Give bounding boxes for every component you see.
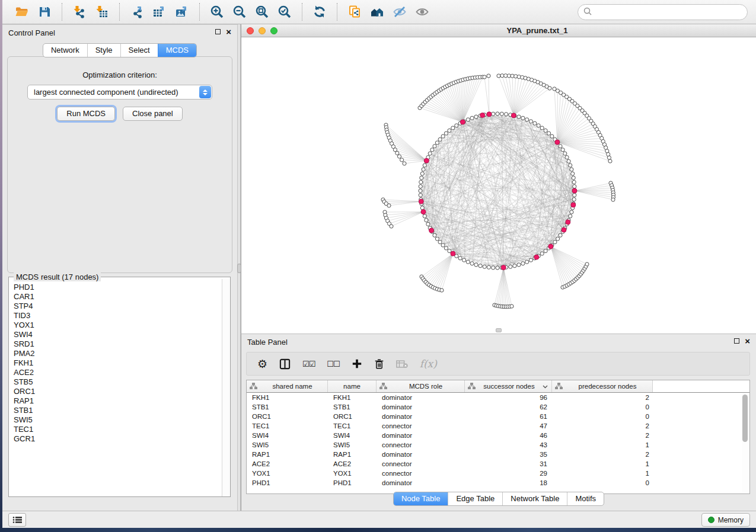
table-row[interactable]: SWI5SWI5connector431	[247, 440, 749, 450]
table-cell[interactable]: 2	[552, 451, 653, 458]
table-cell[interactable]: STB1	[328, 403, 377, 411]
table-cell[interactable]: 96	[465, 394, 552, 401]
table-row[interactable]: FKH1FKH1dominator962	[247, 393, 749, 402]
table-cell[interactable]: TEC1	[247, 422, 328, 430]
table-cell[interactable]: 31	[465, 460, 552, 467]
table-cell[interactable]: 61	[465, 413, 552, 420]
column-header-shared-name[interactable]: shared name	[247, 380, 328, 392]
table-row[interactable]: PHD1PHD1dominator180	[247, 478, 749, 488]
export-table-icon[interactable]	[148, 2, 171, 21]
table-cell[interactable]: YOX1	[247, 470, 328, 477]
table-cell[interactable]: 2	[552, 432, 653, 439]
mcds-result-item[interactable]: TID3	[14, 311, 222, 321]
mcds-result-item[interactable]: ACE2	[14, 368, 222, 377]
tab-network[interactable]: Network	[43, 44, 87, 57]
network-canvas[interactable]	[241, 37, 756, 333]
table-cell[interactable]: dominator	[377, 403, 465, 411]
table-cell[interactable]: 35	[465, 451, 552, 458]
memory-button[interactable]: Memory	[701, 513, 750, 527]
tab-edge-table[interactable]: Edge Table	[448, 492, 502, 505]
maximize-window-icon[interactable]	[270, 27, 277, 34]
float-panel-icon[interactable]	[215, 29, 221, 34]
network-view[interactable]	[241, 37, 756, 333]
table-cell[interactable]: ORC1	[328, 413, 377, 420]
table-cell[interactable]: ACE2	[328, 460, 377, 467]
table-cell[interactable]: dominator	[377, 432, 465, 439]
table-cell[interactable]: STB1	[247, 403, 328, 411]
table-row[interactable]: SWI4SWI4dominator462	[247, 431, 749, 440]
mcds-result-item[interactable]: PMA2	[14, 349, 222, 358]
table-row[interactable]: STB1STB1dominator620	[247, 402, 749, 412]
export-network-icon[interactable]	[126, 2, 148, 21]
mcds-result-item[interactable]: YOX1	[14, 321, 222, 330]
table-cell[interactable]: 2	[552, 394, 653, 401]
import-table-icon[interactable]	[91, 2, 113, 21]
table-cell[interactable]: 1	[552, 470, 653, 477]
search-input[interactable]	[595, 8, 742, 17]
delete-icon[interactable]	[374, 358, 384, 370]
table-cell[interactable]: dominator	[377, 413, 465, 420]
mcds-result-item[interactable]: TEC1	[14, 425, 222, 434]
minimize-window-icon[interactable]	[259, 27, 266, 34]
table-settings-gear-icon[interactable]: ⚙︎	[257, 358, 267, 370]
close-panel-icon[interactable]: ×	[226, 28, 231, 35]
close-panel-button[interactable]: Close panel	[123, 107, 183, 121]
import-network-icon[interactable]	[68, 2, 91, 21]
table-cell[interactable]: 62	[465, 403, 552, 411]
table-cell[interactable]: SWI5	[247, 441, 328, 448]
column-header-successor-nodes[interactable]: successor nodes	[465, 380, 552, 392]
zoom-fit-icon[interactable]	[251, 2, 273, 21]
show-panels-menu-button[interactable]	[8, 513, 26, 527]
add-column-icon[interactable]	[352, 358, 362, 369]
tab-select[interactable]: Select	[120, 44, 158, 57]
export-image-icon[interactable]	[171, 2, 193, 21]
table-cell[interactable]: 29	[465, 470, 552, 477]
show-all-icon[interactable]	[411, 2, 433, 21]
zoom-out-icon[interactable]	[228, 2, 251, 21]
table-cell[interactable]: PHD1	[247, 479, 328, 486]
close-table-panel-icon[interactable]: ×	[745, 338, 750, 344]
copy-network-icon[interactable]	[343, 2, 366, 21]
mcds-result-item[interactable]: SWI5	[14, 415, 222, 425]
mcds-result-item[interactable]: STP4	[14, 302, 222, 311]
deselect-all-icon[interactable]: ☐☐	[327, 360, 339, 368]
table-row[interactable]: ORC1ORC1dominator610	[247, 412, 749, 421]
mcds-result-item[interactable]: RAP1	[14, 396, 222, 406]
tab-mcds[interactable]: MCDS	[158, 44, 196, 57]
show-columns-icon[interactable]	[279, 358, 291, 370]
table-cell[interactable]: connector	[377, 460, 465, 467]
table-cell[interactable]: RAP1	[247, 451, 328, 458]
column-header-MCDS-role[interactable]: MCDS role	[377, 380, 465, 392]
table-row[interactable]: ACE2ACE2connector311	[247, 459, 749, 469]
column-header-predecessor-nodes[interactable]: predecessor nodes	[552, 380, 653, 392]
mcds-result-item[interactable]: STB5	[14, 377, 222, 387]
table-cell[interactable]: dominator	[377, 394, 465, 401]
table-cell[interactable]: 46	[465, 432, 552, 439]
table-cell[interactable]: connector	[377, 422, 465, 430]
table-cell[interactable]: FKH1	[328, 394, 377, 401]
mcds-result-item[interactable]: SWI4	[14, 330, 222, 339]
mcds-result-item[interactable]: SRD1	[14, 339, 222, 349]
table-cell[interactable]: 0	[552, 479, 653, 486]
mcds-result-scrollbar[interactable]	[222, 279, 230, 496]
table-cell[interactable]: YOX1	[328, 470, 377, 477]
table-cell[interactable]: dominator	[377, 451, 465, 458]
mcds-result-item[interactable]: CAR1	[14, 292, 222, 302]
column-header-name[interactable]: name	[328, 380, 377, 392]
table-cell[interactable]: FKH1	[247, 394, 328, 401]
table-row[interactable]: TEC1TEC1connector472	[247, 421, 749, 431]
mcds-result-item[interactable]: ORC1	[14, 387, 222, 396]
apply-layout-icon[interactable]	[308, 2, 331, 21]
table-row[interactable]: YOX1YOX1connector291	[247, 469, 749, 478]
mcds-result-item[interactable]: GCR1	[14, 434, 222, 444]
tab-motifs[interactable]: Motifs	[567, 492, 604, 505]
mcds-result-item[interactable]: FKH1	[14, 358, 222, 368]
table-cell[interactable]: 18	[465, 479, 552, 486]
table-cell[interactable]: 1	[552, 460, 653, 467]
table-scrollbar[interactable]	[742, 393, 749, 493]
table-cell[interactable]: 0	[552, 403, 653, 411]
mcds-result-item[interactable]: PHD1	[14, 283, 222, 292]
table-scrollbar-thumb[interactable]	[742, 395, 748, 442]
table-cell[interactable]: connector	[377, 441, 465, 448]
table-cell[interactable]: SWI5	[328, 441, 377, 448]
